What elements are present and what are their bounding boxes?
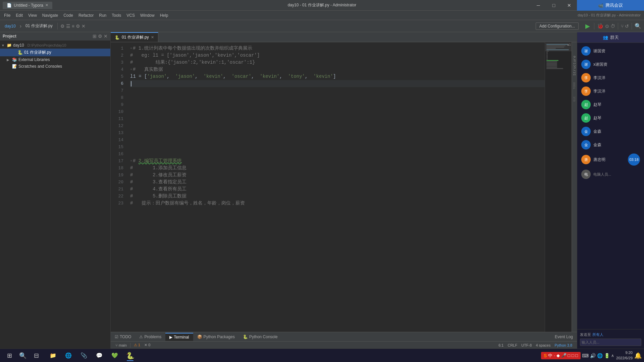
terminal-label: Terminal: [174, 335, 189, 340]
console-label: Python Console: [249, 335, 278, 339]
tab-problems[interactable]: ⚠ Problems: [135, 333, 165, 341]
taskbar-search[interactable]: 🔍: [16, 350, 30, 362]
tray-icon-1[interactable]: ⌨: [582, 353, 589, 358]
close-button[interactable]: ✕: [561, 0, 577, 11]
profile-icon[interactable]: ⏱: [610, 23, 615, 29]
line-sep-status[interactable]: CRLF: [505, 343, 519, 347]
run-button[interactable]: ▶: [584, 22, 591, 31]
python-status[interactable]: Python 3.8: [552, 343, 574, 347]
config-icon[interactable]: ⚙: [76, 23, 80, 29]
vcs-icon[interactable]: ⑂: [621, 23, 624, 29]
tab-python-console[interactable]: 🐍 Python Console: [239, 333, 282, 341]
participant-5[interactable]: 赵 赵琴: [577, 98, 644, 111]
tree-root-path: D:\PythonProject\day10: [28, 43, 66, 47]
code-content[interactable]: ▾ # 1.统计列表中每个数据值出现的次数并组织成字典展示 # eg: l1 =…: [127, 42, 545, 332]
code-line-13: [130, 129, 545, 136]
tab-terminal[interactable]: ▶ Terminal: [165, 333, 193, 341]
taskbar-app-notepad[interactable]: 📎: [76, 350, 91, 362]
chat-input[interactable]: [580, 339, 641, 346]
ime-toolbar[interactable]: S 中 · ◆ 🎤 □ □ □: [541, 352, 581, 359]
participant-7[interactable]: 金 金森: [577, 125, 644, 138]
taskbar-app-explorer[interactable]: 📁: [46, 350, 60, 362]
participant-10[interactable]: 电 电脑人员...: [577, 168, 644, 181]
taskbar-app-wechat[interactable]: 💚: [107, 350, 122, 362]
menu-code[interactable]: Code: [61, 12, 76, 18]
avatar-9: 唐: [581, 155, 591, 164]
menu-view[interactable]: View: [25, 12, 40, 18]
close-sidebar-icon[interactable]: ✕: [104, 34, 108, 39]
notification-button[interactable]: 🔔: [635, 350, 641, 362]
tray-icon-4[interactable]: 🔋: [604, 353, 610, 358]
menu-window[interactable]: Window: [138, 12, 157, 18]
participant-3[interactable]: 李 李汉洋: [577, 71, 644, 84]
tab-close-icon[interactable]: ✕: [45, 3, 48, 7]
send-to-value[interactable]: 所有人: [592, 332, 603, 337]
tree-item-file[interactable]: 🐍 01 作业讲解.py: [0, 49, 110, 56]
menu-tools[interactable]: Tools: [109, 12, 124, 18]
taskbar-app-chrome[interactable]: 🌐: [61, 350, 76, 362]
fold-icon-4[interactable]: ▾: [130, 66, 132, 73]
name-4: 李汉洋: [593, 88, 605, 94]
typora-tab[interactable]: 📄 Untitled - Typora ✕: [3, 2, 52, 9]
close-icon[interactable]: ✕: [82, 23, 86, 29]
tray-icon-2[interactable]: 🔊: [590, 353, 596, 358]
list-icon[interactable]: ☰: [66, 23, 70, 29]
settings-icon[interactable]: ⚙: [60, 23, 65, 29]
add-configuration-button[interactable]: Add Configuration...: [536, 22, 579, 30]
diff-icon[interactable]: ≡: [72, 23, 74, 29]
start-button[interactable]: ⊞: [3, 350, 16, 362]
menu-help[interactable]: Help: [157, 12, 171, 18]
tab-todo[interactable]: ☑ TODO: [111, 333, 135, 341]
git-branch-status[interactable]: ⑂ main: [113, 343, 129, 347]
tree-item-scratches[interactable]: 📝 Scratches and Consoles: [0, 63, 110, 70]
maximize-button[interactable]: □: [546, 0, 561, 11]
tab-close-button[interactable]: ✕: [151, 35, 154, 40]
menu-file[interactable]: File: [1, 12, 13, 18]
search-button[interactable]: 🔍: [635, 23, 641, 29]
task-view-button[interactable]: ⊟: [30, 350, 43, 362]
taskbar-clock[interactable]: 9:20 2022/6/29: [614, 350, 635, 361]
participant-6[interactable]: 赵 赵琴: [577, 111, 644, 125]
participant-8[interactable]: 金 金森: [577, 138, 644, 152]
hierarchy-tab[interactable]: TODO: [573, 82, 576, 89]
minimize-button[interactable]: ─: [531, 0, 546, 11]
tray-icon-3[interactable]: 🌐: [597, 353, 603, 358]
fold-icon-17[interactable]: ▾: [130, 158, 132, 165]
coverage-icon[interactable]: ⊙: [605, 23, 609, 29]
collapse-all-icon[interactable]: ⊞: [93, 34, 97, 39]
tray-caret[interactable]: ∧: [611, 353, 614, 358]
warning-status[interactable]: ⚠ 1: [132, 343, 142, 347]
history-icon[interactable]: ↺: [625, 23, 629, 29]
menu-vcs[interactable]: VCS: [124, 12, 138, 18]
git-tab[interactable]: Git: [573, 96, 576, 102]
tencent-meeting-bar[interactable]: 📹 腾讯会议: [577, 0, 644, 11]
settings-sidebar-icon[interactable]: ⚙: [98, 34, 102, 39]
code-editor[interactable]: 1 2 3 4 5 6 7 8 9 10 11 12 13 14 15 16 1: [111, 42, 577, 332]
menu-navigate[interactable]: Navigate: [40, 12, 61, 18]
menu-refactor[interactable]: Refactor: [76, 12, 96, 18]
minimap-line-2: [546, 45, 566, 46]
menu-run[interactable]: Run: [96, 12, 109, 18]
error-status[interactable]: ✕ 0: [142, 343, 152, 347]
participant-2[interactable]: 谢 x谢国资: [577, 58, 644, 71]
tab-python-packages[interactable]: 📦 Python Packages: [193, 333, 239, 341]
position-status[interactable]: 6:1: [496, 343, 505, 347]
structure-tab[interactable]: Structure: [573, 56, 577, 75]
taskbar-app-chat[interactable]: 💬: [92, 350, 107, 362]
tree-item-external-lib[interactable]: ▶ 📚 External Libraries: [0, 56, 110, 63]
taskbar-app-pycharm[interactable]: 🐍: [123, 350, 138, 362]
participant-4[interactable]: 李 李汉洋: [577, 84, 644, 98]
charset-status[interactable]: UTF-8: [519, 343, 534, 347]
minimap[interactable]: ▲1: [545, 42, 572, 332]
tab-event-log[interactable]: Event Log: [551, 333, 577, 341]
debug-icon[interactable]: 🐞: [597, 23, 604, 29]
breadcrumb-day10[interactable]: day10: [3, 23, 18, 29]
menu-edit[interactable]: Edit: [13, 12, 25, 18]
breadcrumb-file[interactable]: 01 作业讲解.py: [23, 22, 55, 29]
participant-9[interactable]: 唐 唐忠明 03:18: [577, 152, 644, 168]
indent-status[interactable]: 4 spaces: [534, 343, 552, 347]
tree-root[interactable]: ▼ 📁 day10 D:\PythonProject\day10: [0, 42, 110, 49]
participant-1[interactable]: 谢 谢国资: [577, 44, 644, 58]
tab-active-file[interactable]: 🐍 01 作业讲解.py ✕: [111, 32, 158, 42]
fold-icon-1[interactable]: ▾: [130, 45, 132, 52]
